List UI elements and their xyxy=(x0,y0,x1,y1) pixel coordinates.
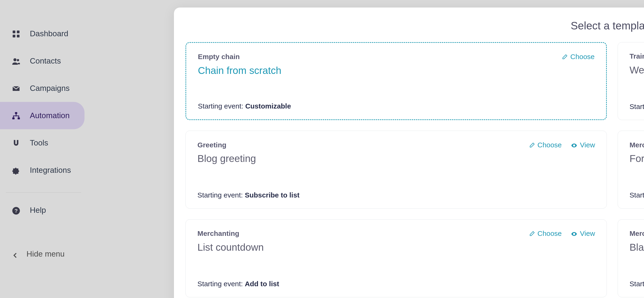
svg-point-5 xyxy=(17,59,19,62)
starting-event: Starting event: Subscribe to list xyxy=(630,191,644,199)
template-category: Empty chain xyxy=(198,53,240,61)
template-card: MerchantingChooseViewForm countdownStart… xyxy=(618,131,644,208)
svg-rect-6 xyxy=(15,112,18,114)
template-category: Training xyxy=(630,52,644,60)
starting-event-label: Starting event: xyxy=(198,102,245,110)
svg-rect-0 xyxy=(13,30,15,33)
template-title: Blog greeting xyxy=(198,153,595,164)
choose-link[interactable]: Choose xyxy=(528,230,562,238)
card-top: MerchantingChooseView xyxy=(630,141,644,149)
card-top: GreetingChooseView xyxy=(198,141,595,149)
choose-link[interactable]: Choose xyxy=(561,53,594,61)
starting-event-label: Starting event: xyxy=(630,191,644,199)
magnet-icon xyxy=(12,138,21,148)
sidebar-item-dashboard[interactable]: Dashboard xyxy=(0,20,87,47)
pencil-icon xyxy=(528,230,535,238)
template-title: Chain from scratch xyxy=(198,65,594,76)
card-top: MerchantingChooseView xyxy=(198,230,595,238)
choose-label: Choose xyxy=(570,53,594,61)
mail-icon xyxy=(12,84,21,93)
starting-event: Starting event: Subscribe to list xyxy=(198,191,595,199)
svg-point-12 xyxy=(574,145,575,146)
sidebar-item-label: Help xyxy=(30,206,46,215)
template-title: Black Friday. Newsletter xyxy=(630,242,644,253)
sidebar-item-label: Campaigns xyxy=(30,84,70,93)
svg-rect-3 xyxy=(17,35,20,38)
starting-event: Starting event: Customizable xyxy=(198,102,594,110)
sidebar-item-label: Dashboard xyxy=(30,29,68,38)
template-card: GreetingChooseViewBlog greetingStarting … xyxy=(186,131,607,208)
card-actions: ChooseView xyxy=(528,141,595,149)
sidebar-item-contacts[interactable]: Contacts xyxy=(0,47,87,74)
view-label: View xyxy=(580,230,595,238)
sidebar-item-automation[interactable]: Automation xyxy=(0,102,84,129)
card-top: MerchantingChooseView xyxy=(630,230,644,238)
chevron-left-icon xyxy=(12,250,19,258)
template-card: MerchantingChooseViewList countdownStart… xyxy=(186,220,607,297)
pencil-icon xyxy=(561,53,568,61)
template-grid: Empty chainChooseChain from scratchStart… xyxy=(186,42,644,297)
view-link[interactable]: View xyxy=(571,141,595,149)
card-actions: ChooseView xyxy=(528,230,595,238)
choose-label: Choose xyxy=(537,230,562,238)
sidebar-item-integrations[interactable]: Integrations xyxy=(0,156,87,184)
starting-event-value: Subscribe to list xyxy=(245,191,300,199)
sidebar-item-label: Contacts xyxy=(30,56,61,66)
template-category: Greeting xyxy=(198,141,226,149)
svg-point-4 xyxy=(14,58,16,62)
card-top: Empty chainChoose xyxy=(198,53,594,61)
people-icon xyxy=(12,56,21,66)
starting-event-value: Add to list xyxy=(245,280,279,288)
template-category: Merchanting xyxy=(630,141,644,149)
choose-link[interactable]: Choose xyxy=(528,141,562,149)
template-modal: Select a template Close Empty chainChoos… xyxy=(174,8,644,298)
starting-event: Starting event: Add to list xyxy=(198,280,595,288)
sidebar-item-label: Automation xyxy=(30,111,70,120)
choose-label: Choose xyxy=(537,141,562,149)
modal-title: Select a template xyxy=(571,20,644,32)
starting-event-value: Customizable xyxy=(245,102,291,110)
sidebar-item-help[interactable]: ? Help xyxy=(0,196,87,224)
svg-rect-8 xyxy=(18,118,20,119)
starting-event-label: Starting event: xyxy=(630,103,644,110)
view-label: View xyxy=(580,141,595,149)
template-category: Merchanting xyxy=(198,230,240,238)
sitemap-icon xyxy=(12,111,21,120)
svg-rect-7 xyxy=(12,118,14,119)
template-card: MerchantingChooseViewBlack Friday. Newsl… xyxy=(618,220,644,297)
grid-icon xyxy=(12,29,21,38)
svg-rect-2 xyxy=(13,35,15,38)
svg-point-14 xyxy=(574,234,575,235)
template-card: TrainingChooseViewWebinar notificationsS… xyxy=(618,42,644,120)
sidebar-item-tools[interactable]: Tools xyxy=(0,129,87,156)
card-top: TrainingChooseView xyxy=(630,52,644,60)
template-title: Form countdown xyxy=(630,153,644,164)
sidebar-divider xyxy=(6,192,81,192)
template-title: Webinar notifications xyxy=(630,64,644,76)
template-category: Merchanting xyxy=(630,230,644,238)
help-icon: ? xyxy=(12,206,21,215)
starting-event-label: Starting event: xyxy=(198,191,245,199)
modal-header: Select a template Close xyxy=(186,20,644,32)
starting-event: Starting event: Add to list xyxy=(630,280,644,288)
eye-icon xyxy=(571,230,578,238)
sidebar-item-label: Tools xyxy=(30,138,48,147)
card-actions: Choose xyxy=(561,53,594,61)
hide-menu-label: Hide menu xyxy=(26,250,65,258)
svg-rect-1 xyxy=(17,30,20,33)
main-area: Create chain 04 Actions 25 Actions Selec… xyxy=(87,0,644,298)
sidebar: Dashboard Contacts Campaigns Automation … xyxy=(0,0,87,298)
template-card: Empty chainChooseChain from scratchStart… xyxy=(186,42,607,120)
puzzle-icon xyxy=(12,166,21,175)
pencil-icon xyxy=(528,141,535,149)
starting-event-label: Starting event: xyxy=(630,280,644,288)
sidebar-hide-menu[interactable]: Hide menu xyxy=(0,240,87,268)
sidebar-item-campaigns[interactable]: Campaigns xyxy=(0,74,87,102)
starting-event-label: Starting event: xyxy=(198,280,245,288)
view-link[interactable]: View xyxy=(571,230,595,238)
starting-event: Starting event: Add to list xyxy=(630,103,644,111)
template-title: List countdown xyxy=(198,242,595,253)
sidebar-item-label: Integrations xyxy=(30,166,71,175)
svg-text:?: ? xyxy=(14,208,18,214)
eye-icon xyxy=(571,141,578,149)
